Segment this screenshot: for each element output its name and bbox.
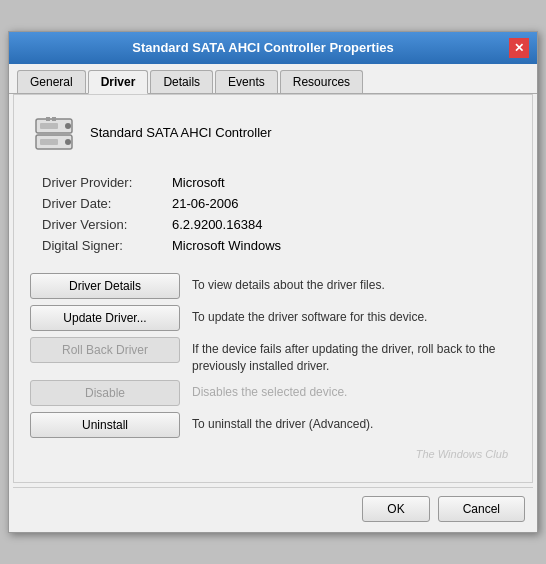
driver-details-button[interactable]: Driver Details xyxy=(30,273,180,299)
device-icon xyxy=(30,109,78,157)
uninstall-desc: To uninstall the driver (Advanced). xyxy=(192,412,516,433)
uninstall-row: Uninstall To uninstall the driver (Advan… xyxy=(30,412,516,438)
update-driver-button[interactable]: Update Driver... xyxy=(30,305,180,331)
version-value: 6.2.9200.16384 xyxy=(172,217,262,232)
date-row: Driver Date: 21-06-2006 xyxy=(42,196,516,211)
signer-value: Microsoft Windows xyxy=(172,238,281,253)
action-buttons-section: Driver Details To view details about the… xyxy=(30,273,516,439)
svg-rect-7 xyxy=(52,117,56,121)
device-name: Standard SATA AHCI Controller xyxy=(90,125,272,140)
svg-point-3 xyxy=(65,139,71,145)
disable-row: Disable Disables the selected device. xyxy=(30,380,516,406)
date-label: Driver Date: xyxy=(42,196,172,211)
watermark-text: The Windows Club xyxy=(30,448,516,460)
tab-events[interactable]: Events xyxy=(215,70,278,93)
driver-details-desc: To view details about the driver files. xyxy=(192,273,516,294)
tab-details[interactable]: Details xyxy=(150,70,213,93)
controller-icon-svg xyxy=(32,111,76,155)
provider-label: Driver Provider: xyxy=(42,175,172,190)
provider-value: Microsoft xyxy=(172,175,225,190)
cancel-button[interactable]: Cancel xyxy=(438,496,525,522)
disable-button[interactable]: Disable xyxy=(30,380,180,406)
disable-desc: Disables the selected device. xyxy=(192,380,516,401)
roll-back-row: Roll Back Driver If the device fails aft… xyxy=(30,337,516,375)
provider-row: Driver Provider: Microsoft xyxy=(42,175,516,190)
title-bar: Standard SATA AHCI Controller Properties… xyxy=(9,32,537,64)
tab-driver[interactable]: Driver xyxy=(88,70,149,94)
roll-back-button[interactable]: Roll Back Driver xyxy=(30,337,180,363)
svg-rect-5 xyxy=(40,139,58,145)
tab-resources[interactable]: Resources xyxy=(280,70,363,93)
version-label: Driver Version: xyxy=(42,217,172,232)
driver-info: Driver Provider: Microsoft Driver Date: … xyxy=(42,175,516,253)
footer: OK Cancel xyxy=(9,488,537,532)
svg-rect-4 xyxy=(40,123,58,129)
tab-bar: General Driver Details Events Resources xyxy=(9,64,537,94)
ok-button[interactable]: OK xyxy=(362,496,429,522)
update-driver-row: Update Driver... To update the driver so… xyxy=(30,305,516,331)
date-value: 21-06-2006 xyxy=(172,196,239,211)
properties-window: Standard SATA AHCI Controller Properties… xyxy=(8,31,538,534)
tab-general[interactable]: General xyxy=(17,70,86,93)
version-row: Driver Version: 6.2.9200.16384 xyxy=(42,217,516,232)
window-title: Standard SATA AHCI Controller Properties xyxy=(17,40,509,55)
svg-point-2 xyxy=(65,123,71,129)
close-button[interactable]: ✕ xyxy=(509,38,529,58)
uninstall-button[interactable]: Uninstall xyxy=(30,412,180,438)
device-header: Standard SATA AHCI Controller xyxy=(30,109,516,157)
svg-rect-6 xyxy=(46,117,50,121)
update-driver-desc: To update the driver software for this d… xyxy=(192,305,516,326)
signer-row: Digital Signer: Microsoft Windows xyxy=(42,238,516,253)
content-area: Standard SATA AHCI Controller Driver Pro… xyxy=(13,94,533,484)
roll-back-desc: If the device fails after updating the d… xyxy=(192,337,516,375)
driver-details-row: Driver Details To view details about the… xyxy=(30,273,516,299)
signer-label: Digital Signer: xyxy=(42,238,172,253)
